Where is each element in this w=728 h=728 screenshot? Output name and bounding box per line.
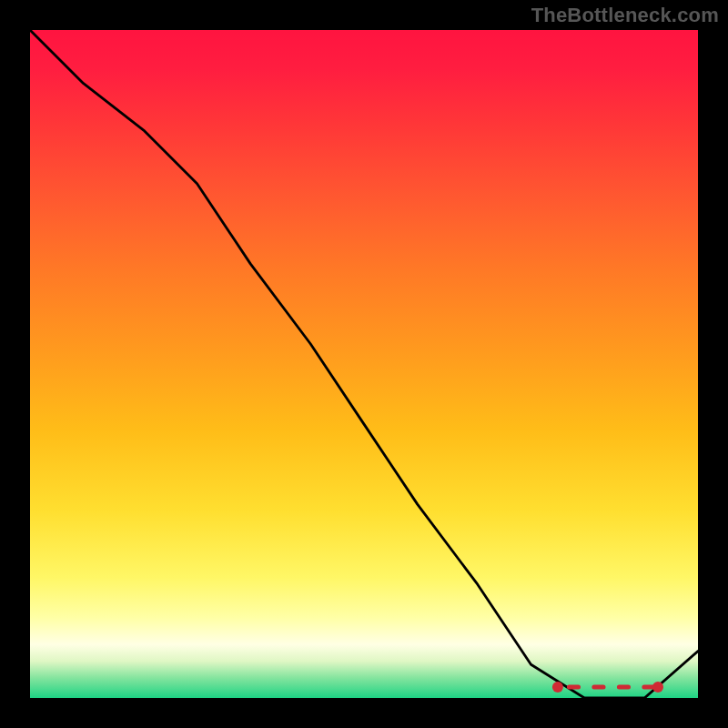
bottleneck-curve <box>30 30 698 698</box>
attribution-label: TheBottleneck.com <box>531 4 719 27</box>
plot-area <box>30 30 698 698</box>
line-chart <box>30 30 698 698</box>
optimum-dash <box>617 685 631 690</box>
optimum-dash <box>592 685 605 690</box>
optimum-dash <box>567 685 581 690</box>
optimum-end-dot <box>552 682 563 693</box>
optimum-dash <box>642 685 655 690</box>
chart-frame: TheBottleneck.com <box>0 0 728 728</box>
optimum-markers <box>552 682 663 693</box>
